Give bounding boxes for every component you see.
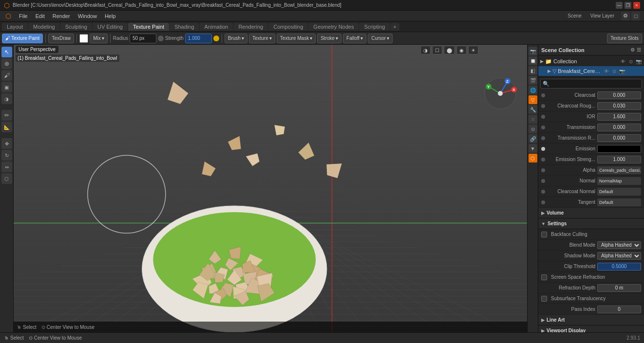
view-material[interactable]: ◉: [456, 46, 467, 54]
blender-logo-menu[interactable]: ⬡: [2, 11, 15, 21]
tree-render-btn[interactable]: 📷: [635, 58, 642, 65]
tool-scale[interactable]: ⇔: [1, 162, 12, 172]
status-center[interactable]: ⊙ Center View to Mouse: [29, 335, 82, 341]
tool-fill[interactable]: ▣: [1, 82, 12, 92]
engine-icon[interactable]: ⚙: [621, 12, 630, 20]
clearcoat-rough-dot[interactable]: [541, 104, 545, 108]
section-line-art[interactable]: ▶ Line Art: [538, 315, 644, 325]
strength-dot[interactable]: [213, 36, 219, 41]
pass-index-value[interactable]: 0: [597, 306, 641, 313]
minimize-button[interactable]: —: [616, 2, 623, 9]
radius-value[interactable]: 50 px: [130, 34, 156, 43]
render-region-icon[interactable]: □: [631, 12, 640, 20]
transmission-r-value[interactable]: 0.000: [597, 134, 641, 142]
props-view-layer-icon[interactable]: ◧: [529, 66, 537, 75]
clip-threshold-value[interactable]: 0.5000: [597, 263, 641, 271]
props-material-icon[interactable]: ⬡: [529, 154, 537, 162]
sst-checkbox[interactable]: [541, 296, 547, 302]
tangent-value[interactable]: Default: [597, 199, 641, 206]
texture-slots-btn[interactable]: Texture Slots: [607, 34, 642, 43]
tool-transform[interactable]: ⬡: [1, 173, 12, 184]
cursor-btn[interactable]: Cursor▾: [368, 34, 393, 43]
tool-cursor[interactable]: ⊕: [1, 58, 12, 69]
normal-dot[interactable]: [541, 179, 545, 183]
emission-strength-value[interactable]: 1.000: [597, 156, 641, 163]
tab-texture-paint[interactable]: Texture Paint: [128, 23, 169, 31]
menu-window[interactable]: Window: [75, 12, 100, 20]
gizmo[interactable]: Z X Y: [481, 74, 520, 113]
menu-render[interactable]: Render: [49, 12, 74, 20]
menu-file[interactable]: File: [16, 12, 31, 20]
tool-measure[interactable]: 📐: [1, 122, 12, 132]
xray-toggle[interactable]: ☐: [432, 46, 442, 54]
search-input[interactable]: [551, 81, 640, 87]
props-physics-icon[interactable]: ⊙: [529, 125, 537, 133]
tool-move[interactable]: ✥: [1, 138, 12, 149]
brush-color-swatch[interactable]: [79, 34, 88, 43]
status-select[interactable]: 🖱 Select: [4, 335, 24, 341]
emission-dot[interactable]: [541, 147, 545, 151]
tab-scripting[interactable]: Scripting: [359, 23, 390, 31]
clearcoat-rough-value[interactable]: 0.030: [597, 102, 641, 110]
texture-btn[interactable]: Texture▾: [249, 34, 275, 43]
emission-color[interactable]: [597, 145, 641, 153]
props-constraints-icon[interactable]: 🔗: [529, 134, 537, 143]
alpha-dot[interactable]: [541, 168, 545, 172]
props-scene-icon[interactable]: 🎬: [529, 76, 537, 85]
tab-shading[interactable]: Shading: [170, 23, 199, 31]
tool-brush[interactable]: 🖌: [1, 70, 12, 81]
tab-modeling[interactable]: Modeling: [28, 23, 60, 31]
section-viewport-display[interactable]: ▶ Viewport Display: [538, 325, 644, 332]
clearcoat-normal-dot[interactable]: [541, 190, 545, 194]
clearcoat-value[interactable]: 0.000: [597, 91, 641, 99]
ssr-checkbox[interactable]: [541, 274, 547, 280]
backface-culling-checkbox[interactable]: [541, 232, 547, 237]
viewport[interactable]: User Perspective (1) Breakfast_Cereal_Pa…: [14, 45, 527, 332]
tool-rotate[interactable]: ↻: [1, 150, 12, 161]
texture-mask-btn[interactable]: Texture Mask▾: [277, 34, 316, 43]
props-output-icon[interactable]: 🔲: [529, 56, 537, 65]
tab-geometry-nodes[interactable]: Geometry Nodes: [308, 23, 359, 31]
refraction-depth-value[interactable]: 0 m: [597, 284, 641, 292]
emission-strength-dot[interactable]: [541, 158, 545, 162]
blend-mode-select[interactable]: Alpha Hashed Opaque Alpha Clip Alpha Ble…: [597, 241, 641, 249]
radius-dot[interactable]: [158, 36, 164, 41]
view-layer[interactable]: View Layer: [587, 13, 618, 18]
tree-obj-sel-btn[interactable]: ⊙: [611, 68, 618, 74]
props-render-icon[interactable]: 📷: [529, 47, 537, 55]
tree-vis-btn[interactable]: 👁: [620, 58, 626, 65]
tool-texdraw[interactable]: TexDraw: [48, 34, 74, 43]
tool-annotate[interactable]: ✏: [1, 110, 12, 121]
normal-value[interactable]: NormalMap: [597, 177, 641, 185]
tree-obj-render-btn[interactable]: 📷: [619, 68, 625, 74]
tab-sculpting[interactable]: Sculpting: [60, 23, 92, 31]
blend-mode-select[interactable]: Mix ▾: [90, 34, 108, 43]
menu-edit[interactable]: Edit: [32, 12, 48, 20]
vp-select[interactable]: 🖱 Select: [17, 325, 37, 330]
tool-gradient[interactable]: ◑: [1, 93, 12, 104]
props-particles-icon[interactable]: ⁙: [529, 115, 537, 124]
outliner-filter[interactable]: ⚙: [630, 47, 635, 53]
falloff-btn[interactable]: Falloff▾: [343, 34, 366, 43]
clearcoat-dot[interactable]: [541, 93, 545, 97]
props-object-icon[interactable]: ▽: [529, 95, 537, 104]
transmission-value[interactable]: 0.000: [597, 124, 641, 131]
tab-uv-editing[interactable]: UV Editing: [93, 23, 128, 31]
transmission-dot[interactable]: [541, 126, 545, 129]
tree-object[interactable]: ▶ ▽ Breakfast_Cereal_Pads_I 👁 ⊙ 📷: [538, 66, 644, 76]
menu-help[interactable]: Help: [101, 12, 119, 20]
overlay-toggle[interactable]: ◑: [420, 46, 431, 54]
clearcoat-normal-value[interactable]: Default: [597, 188, 641, 196]
brush-btn[interactable]: Brush▾: [225, 34, 247, 43]
view-rendered[interactable]: ☀: [468, 46, 478, 54]
title-bar-controls[interactable]: — ❐ ✕: [616, 2, 640, 9]
alpha-value[interactable]: Cereals_pads_classi...: [597, 166, 641, 174]
strength-value[interactable]: 1.000: [185, 34, 212, 43]
tool-select[interactable]: ↖: [1, 47, 12, 57]
tab-animation[interactable]: Animation: [200, 23, 233, 31]
tab-layout[interactable]: Layout: [2, 23, 28, 31]
perspective-label[interactable]: User Perspective: [16, 46, 58, 53]
stroke-btn[interactable]: Stroke▾: [317, 34, 341, 43]
maximize-button[interactable]: ❐: [625, 2, 631, 9]
vp-center[interactable]: ⊙ Center View to Mouse: [41, 325, 95, 330]
